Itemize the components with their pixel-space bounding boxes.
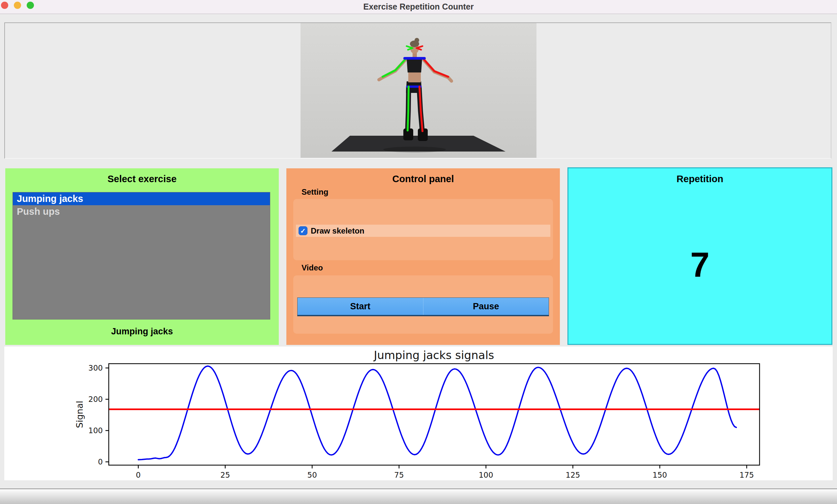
y-tick-label: 300 [88,364,103,372]
window-title: Exercise Repetition Counter [0,0,837,14]
exercise-listbox[interactable]: Jumping jacks Push ups [13,192,270,320]
signal-chart: Jumping jacks signals Signal 02550751001… [4,346,833,480]
minimize-button[interactable] [14,2,21,9]
pose-video-illustration [301,23,536,158]
select-exercise-panel: Select exercise Jumping jacks Push ups J… [5,168,279,345]
y-tick-label: 0 [98,457,103,466]
x-tick-label: 100 [479,471,493,479]
video-groupbox: Start Pause [293,275,553,334]
bottom-bar [0,489,837,504]
control-panel-title: Control panel [286,173,560,185]
video-section-label: Video [302,263,323,272]
draw-skeleton-row: ✓ Draw skeleton [296,224,550,237]
setting-section-label: Setting [302,187,328,197]
y-tick-label: 100 [88,426,103,435]
close-button[interactable] [1,2,8,9]
start-button[interactable]: Start [298,298,423,315]
repetition-title: Repetition [568,173,832,185]
app-window: Exercise Repetition Counter [0,0,837,504]
titlebar: Exercise Repetition Counter [0,0,837,14]
signal-chart-panel: Jumping jacks signals Signal 02550751001… [4,346,833,480]
control-panel: Control panel Setting ✓ Draw skeleton Vi… [286,168,560,345]
x-tick-label: 75 [394,471,404,479]
chart-ylabel: Signal [74,401,85,428]
x-tick-label: 125 [566,471,580,479]
x-tick-label: 150 [653,471,667,479]
x-tick-label: 0 [136,471,141,479]
x-tick-label: 50 [307,471,317,479]
traffic-lights [1,2,34,9]
listbox-item-push-ups[interactable]: Push ups [13,205,270,218]
zoom-button[interactable] [27,2,34,9]
x-tick-label: 175 [740,471,754,479]
chart-title: Jumping jacks signals [373,348,494,362]
signal-line [138,366,736,460]
left-leg-bone [408,87,409,130]
pause-button[interactable]: Pause [423,298,549,315]
listbox-item-jumping-jacks[interactable]: Jumping jacks [13,192,270,205]
video-frame [4,22,832,159]
x-tick-label: 25 [220,471,230,479]
selected-exercise-caption: Jumping jacks [5,326,279,337]
exercise-video [301,23,536,158]
person-shadow [383,147,446,152]
repetition-count: 7 [568,247,832,282]
draw-skeleton-checkbox[interactable]: ✓ [299,226,307,235]
start-pause-segmented-control: Start Pause [297,298,549,316]
repetition-panel: Repetition 7 [567,167,832,345]
select-exercise-title: Select exercise [5,173,279,185]
setting-groupbox: ✓ Draw skeleton [293,199,553,260]
y-tick-label: 200 [88,395,103,403]
draw-skeleton-label: Draw skeleton [311,226,364,236]
